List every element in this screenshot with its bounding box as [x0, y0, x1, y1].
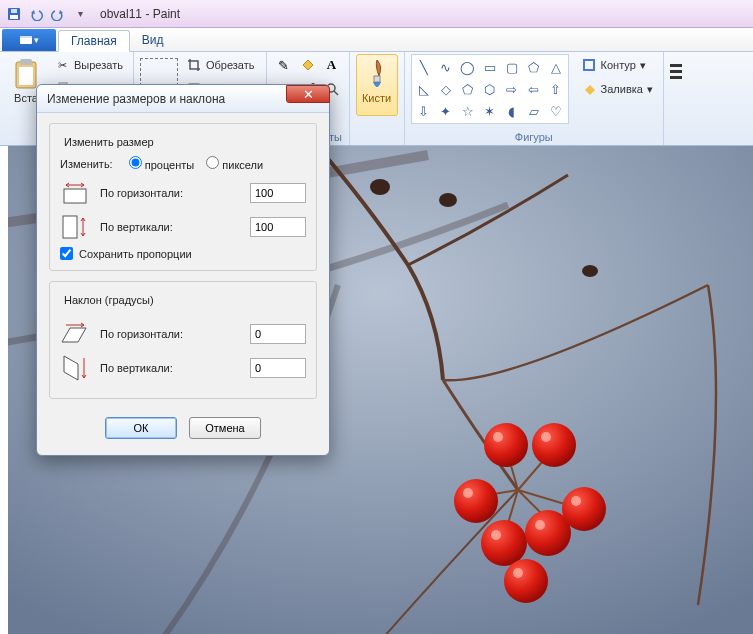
- shape-roundrect[interactable]: ▢: [501, 56, 523, 78]
- window-title: obval11 - Paint: [100, 7, 180, 21]
- app-menu-button[interactable]: ▾: [2, 29, 56, 51]
- scissors-icon: ✂: [54, 57, 70, 73]
- redo-icon[interactable]: [48, 4, 68, 24]
- svg-point-29: [535, 520, 545, 530]
- by-label: Изменить:: [60, 158, 113, 170]
- svg-point-21: [493, 432, 503, 442]
- svg-point-32: [504, 559, 548, 603]
- shape-star5[interactable]: ☆: [457, 100, 479, 122]
- brush-icon: [363, 58, 391, 92]
- shape-rect[interactable]: ▭: [479, 56, 501, 78]
- select-button[interactable]: [140, 58, 178, 86]
- resize-skew-dialog: Изменение размеров и наклона ✕ Изменить …: [36, 84, 330, 456]
- close-button[interactable]: ✕: [286, 85, 330, 103]
- qat-dropdown-icon[interactable]: ▾: [70, 4, 90, 24]
- radio-percent-label[interactable]: проценты: [129, 156, 195, 171]
- shape-rtriangle[interactable]: ◺: [413, 78, 435, 100]
- shape-arrow-l[interactable]: ⇦: [523, 78, 545, 100]
- skew-horizontal-input[interactable]: [250, 324, 306, 344]
- pencil-tool[interactable]: ✎: [273, 54, 295, 76]
- svg-point-18: [439, 193, 457, 207]
- close-icon: ✕: [303, 87, 314, 102]
- outline-icon: [581, 57, 597, 73]
- shape-triangle[interactable]: △: [545, 56, 567, 78]
- svg-point-27: [491, 530, 501, 540]
- skew-vertical-input[interactable]: [250, 358, 306, 378]
- svg-point-24: [454, 479, 498, 523]
- radio-percent[interactable]: [129, 156, 142, 169]
- svg-point-31: [571, 496, 581, 506]
- shape-arrow-d[interactable]: ⇩: [413, 100, 435, 122]
- resize-horizontal-icon: [60, 179, 90, 207]
- ribbon-group-shapes: ╲ ∿ ◯ ▭ ▢ ⬠ △ ◺ ◇ ⬠ ⬡ ⇨ ⇦ ⇧ ⇩ ✦ ☆ ✶ ◖ ▱: [405, 52, 664, 145]
- svg-rect-6: [20, 59, 32, 65]
- title-bar: ▾ obval11 - Paint: [0, 0, 753, 28]
- save-icon[interactable]: [4, 4, 24, 24]
- shape-pentagon[interactable]: ⬠: [457, 78, 479, 100]
- svg-point-22: [532, 423, 576, 467]
- shape-outline-button[interactable]: Контур ▾: [577, 54, 657, 76]
- shape-diamond[interactable]: ◇: [435, 78, 457, 100]
- svg-point-19: [582, 265, 598, 277]
- resize-horizontal-input[interactable]: [250, 183, 306, 203]
- svg-rect-14: [374, 76, 380, 82]
- dialog-titlebar[interactable]: Изменение размеров и наклона ✕: [37, 85, 329, 113]
- skew-vertical-label: По вертикали:: [100, 362, 240, 374]
- svg-point-30: [562, 487, 606, 531]
- svg-rect-35: [63, 216, 77, 238]
- tab-home[interactable]: Главная: [58, 30, 130, 52]
- svg-point-17: [370, 179, 390, 195]
- crop-button[interactable]: Обрезать: [182, 54, 260, 76]
- skew-horizontal-icon: [60, 320, 90, 348]
- shape-line[interactable]: ╲: [413, 56, 435, 78]
- resize-vertical-input[interactable]: [250, 217, 306, 237]
- ribbon-group-brushes: Кисти: [350, 52, 405, 145]
- skew-fieldset: Наклон (градусы) По горизонтали: По верт…: [49, 281, 317, 399]
- skew-horizontal-label: По горизонтали:: [100, 328, 240, 340]
- resize-horizontal-label: По горизонтали:: [100, 187, 240, 199]
- svg-point-26: [481, 520, 527, 566]
- brushes-button[interactable]: Кисти: [356, 54, 398, 116]
- shape-star4[interactable]: ✦: [435, 100, 457, 122]
- ribbon-tabs: ▾ Главная Вид: [0, 28, 753, 52]
- shape-arrow-r[interactable]: ⇨: [501, 78, 523, 100]
- tab-view[interactable]: Вид: [130, 29, 176, 51]
- shape-arrow-u[interactable]: ⇧: [545, 78, 567, 100]
- paste-label: Вста: [14, 92, 38, 104]
- keep-ratio-checkbox[interactable]: [60, 247, 73, 260]
- crop-icon: [186, 57, 202, 73]
- svg-point-33: [513, 568, 523, 578]
- radio-pixels[interactable]: [206, 156, 219, 169]
- undo-icon[interactable]: [26, 4, 46, 24]
- text-tool[interactable]: A: [321, 54, 343, 76]
- svg-point-20: [484, 423, 528, 467]
- shape-oval[interactable]: ◯: [457, 56, 479, 78]
- svg-rect-4: [20, 36, 32, 38]
- shapes-gallery[interactable]: ╲ ∿ ◯ ▭ ▢ ⬠ △ ◺ ◇ ⬠ ⬡ ⇨ ⇦ ⇧ ⇩ ✦ ☆ ✶ ◖ ▱: [411, 54, 569, 124]
- svg-rect-15: [584, 60, 594, 70]
- svg-rect-7: [19, 67, 33, 85]
- skew-legend: Наклон (градусы): [60, 294, 158, 306]
- ok-button[interactable]: ОК: [105, 417, 177, 439]
- fill-tool[interactable]: [297, 54, 319, 76]
- skew-vertical-icon: [60, 354, 90, 382]
- cut-button[interactable]: ✂Вырезать: [50, 54, 127, 76]
- shape-callout[interactable]: ▱: [523, 100, 545, 122]
- cancel-button[interactable]: Отмена: [189, 417, 261, 439]
- shape-curve[interactable]: ∿: [435, 56, 457, 78]
- quick-access-toolbar: ▾: [4, 4, 90, 24]
- radio-pixels-label[interactable]: пиксели: [206, 156, 263, 171]
- svg-point-25: [463, 488, 473, 498]
- shape-polygon[interactable]: ⬠: [523, 56, 545, 78]
- shape-hexagon[interactable]: ⬡: [479, 78, 501, 100]
- resize-vertical-label: По вертикали:: [100, 221, 240, 233]
- shape-star6[interactable]: ✶: [479, 100, 501, 122]
- svg-rect-2: [11, 9, 17, 13]
- resize-fieldset: Изменить размер Изменить: проценты пиксе…: [49, 123, 317, 271]
- resize-legend: Изменить размер: [60, 136, 158, 148]
- shape-fill-button[interactable]: Заливка ▾: [577, 78, 657, 100]
- shape-heart[interactable]: ♡: [545, 100, 567, 122]
- shape-callout-round[interactable]: ◖: [501, 100, 523, 122]
- svg-point-23: [541, 432, 551, 442]
- shapes-group-label: Фигуры: [411, 129, 657, 145]
